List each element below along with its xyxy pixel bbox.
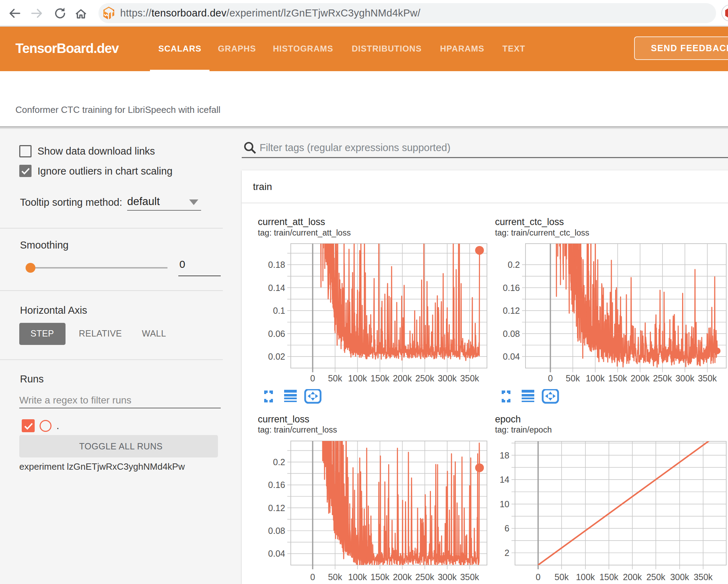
svg-text:0.1: 0.1	[273, 306, 285, 315]
svg-text:200k: 200k	[631, 373, 650, 383]
svg-text:current_ctc_loss: current_ctc_loss	[495, 217, 564, 227]
svg-text:350k: 350k	[694, 572, 713, 582]
svg-text:150k: 150k	[370, 572, 390, 582]
svg-text:300k: 300k	[670, 572, 689, 582]
svg-text:100k: 100k	[348, 373, 367, 383]
svg-text:0.12: 0.12	[268, 503, 285, 513]
svg-text:0.12: 0.12	[503, 306, 520, 315]
svg-text:250k: 250k	[415, 572, 434, 582]
svg-text:current_att_loss: current_att_loss	[258, 217, 325, 227]
svg-text:0.08: 0.08	[503, 329, 520, 339]
svg-text:50k: 50k	[555, 572, 569, 582]
svg-text:18: 18	[500, 450, 509, 460]
svg-text:0.18: 0.18	[268, 260, 285, 270]
svg-text:50k: 50k	[328, 572, 342, 582]
svg-text:0: 0	[310, 373, 315, 383]
svg-text:epoch: epoch	[495, 414, 521, 425]
svg-text:0.16: 0.16	[268, 480, 285, 490]
svg-text:6: 6	[504, 523, 509, 533]
svg-text:350k: 350k	[460, 373, 479, 383]
svg-text:10: 10	[500, 499, 509, 509]
svg-text:100k: 100k	[576, 572, 595, 582]
svg-text:300k: 300k	[675, 373, 695, 383]
svg-text:current_loss: current_loss	[258, 414, 309, 425]
svg-text:0: 0	[548, 373, 553, 383]
svg-text:0.04: 0.04	[503, 352, 520, 361]
svg-text:0.2: 0.2	[273, 457, 285, 467]
svg-text:0.02: 0.02	[268, 352, 285, 361]
svg-text:250k: 250k	[653, 373, 672, 383]
svg-text:200k: 200k	[623, 572, 642, 582]
svg-text:0: 0	[310, 572, 315, 582]
svg-text:250k: 250k	[415, 373, 434, 383]
svg-text:300k: 300k	[438, 572, 457, 582]
svg-text:14: 14	[500, 475, 509, 484]
svg-text:200k: 200k	[393, 572, 412, 582]
svg-text:150k: 150k	[370, 373, 390, 383]
svg-text:150k: 150k	[599, 572, 619, 582]
svg-text:350k: 350k	[460, 572, 479, 582]
svg-text:tag: train/current_ctc_loss: tag: train/current_ctc_loss	[495, 228, 589, 237]
svg-text:0.2: 0.2	[508, 260, 520, 270]
svg-text:250k: 250k	[646, 572, 666, 582]
svg-text:tag: train/epoch: tag: train/epoch	[495, 425, 552, 434]
svg-text:50k: 50k	[566, 373, 580, 383]
svg-text:0.04: 0.04	[268, 549, 285, 558]
svg-text:350k: 350k	[698, 373, 717, 383]
svg-text:200k: 200k	[393, 373, 412, 383]
svg-text:100k: 100k	[586, 373, 605, 383]
svg-text:2: 2	[504, 548, 509, 558]
svg-text:0.14: 0.14	[268, 283, 285, 293]
svg-text:0.16: 0.16	[503, 283, 520, 293]
svg-text:150k: 150k	[608, 373, 627, 383]
svg-text:tag: train/current_loss: tag: train/current_loss	[258, 425, 337, 434]
svg-text:300k: 300k	[438, 373, 457, 383]
svg-text:50k: 50k	[328, 373, 342, 383]
svg-text:100k: 100k	[348, 572, 367, 582]
svg-text:0: 0	[536, 572, 541, 582]
svg-text:0.06: 0.06	[268, 329, 285, 339]
svg-text:0.08: 0.08	[268, 526, 285, 536]
svg-text:tag: train/current_att_loss: tag: train/current_att_loss	[258, 228, 351, 237]
